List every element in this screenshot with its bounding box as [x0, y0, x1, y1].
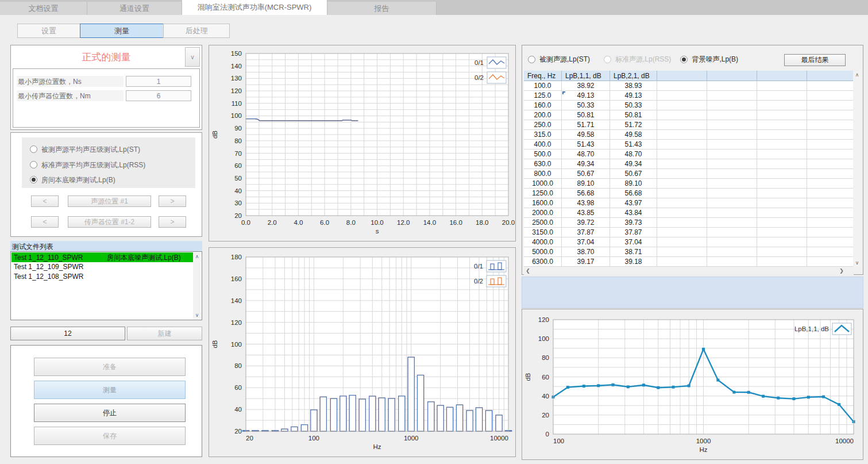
- table-cell[interactable]: 89.10: [610, 179, 657, 189]
- table-cell[interactable]: 800.0: [524, 169, 562, 179]
- table-cell[interactable]: 250.0: [524, 120, 562, 130]
- table-cell[interactable]: 400.0: [524, 140, 562, 149]
- table-cell[interactable]: [707, 110, 757, 120]
- column-header[interactable]: Freq., Hz: [524, 71, 562, 81]
- table-cell[interactable]: [757, 81, 807, 91]
- file-list-item[interactable]: Test 1_12_108_SPWR: [11, 272, 193, 282]
- table-row[interactable]: 800.050.6750.67: [524, 169, 856, 179]
- table-row[interactable]: 200.050.8150.81: [524, 110, 856, 120]
- table-row[interactable]: 315.049.5849.58: [524, 130, 856, 140]
- chevron-down-icon[interactable]: ∨: [185, 47, 200, 67]
- table-cell[interactable]: [707, 228, 757, 237]
- table-cell[interactable]: [807, 198, 856, 208]
- table-cell[interactable]: [757, 101, 807, 110]
- table-cell[interactable]: 39.72: [562, 218, 610, 228]
- table-cell[interactable]: 49.34: [562, 159, 610, 169]
- table-cell[interactable]: [807, 189, 856, 198]
- table-cell[interactable]: 1250.0: [524, 189, 562, 198]
- table-cell[interactable]: 51.72: [610, 120, 657, 130]
- table-cell[interactable]: 37.04: [610, 237, 657, 247]
- table-cell[interactable]: 39.73: [610, 218, 657, 228]
- table-cell[interactable]: 125.0: [524, 91, 562, 101]
- table-cell[interactable]: [657, 101, 707, 110]
- result-radio-lp-st[interactable]: [528, 56, 535, 63]
- column-header[interactable]: [657, 71, 707, 81]
- table-cell[interactable]: [757, 130, 807, 140]
- new-file-button[interactable]: 新建: [127, 327, 202, 340]
- table-cell[interactable]: [657, 208, 707, 218]
- table-cell[interactable]: [657, 257, 707, 267]
- table-cell[interactable]: 38.92: [562, 81, 610, 91]
- table-cell[interactable]: [807, 130, 856, 140]
- scroll-right-icon[interactable]: ❯: [838, 267, 846, 275]
- table-cell[interactable]: 160.0: [524, 101, 562, 110]
- table-cell[interactable]: 50.81: [562, 110, 610, 120]
- scroll-up-icon[interactable]: ∧: [853, 71, 861, 79]
- save-button[interactable]: 保存: [34, 427, 186, 445]
- table-cell[interactable]: [707, 208, 757, 218]
- table-cell[interactable]: [657, 198, 707, 208]
- subtab-postprocess[interactable]: 后处理: [163, 24, 230, 38]
- table-row[interactable]: 1600.043.9843.97: [524, 198, 856, 208]
- table-cell[interactable]: [657, 110, 707, 120]
- table-cell[interactable]: [807, 179, 856, 189]
- table-row[interactable]: 2000.043.8543.84: [524, 208, 856, 218]
- table-cell[interactable]: [657, 149, 707, 159]
- column-header[interactable]: [757, 71, 807, 81]
- table-cell[interactable]: 50.33: [610, 101, 657, 110]
- table-cell[interactable]: 49.58: [610, 130, 657, 140]
- table-row[interactable]: 1000.089.1089.10: [524, 179, 856, 189]
- table-cell[interactable]: [757, 247, 807, 257]
- table-cell[interactable]: [707, 159, 757, 169]
- radio-selected-icon[interactable]: [30, 176, 37, 183]
- table-cell[interactable]: [657, 169, 707, 179]
- prepare-button[interactable]: 准备: [34, 358, 186, 376]
- final-result-button[interactable]: 最后结果: [784, 54, 846, 66]
- table-cell[interactable]: [757, 179, 807, 189]
- column-header[interactable]: LpB,1,1, dB: [562, 71, 610, 81]
- table-cell[interactable]: [707, 247, 757, 257]
- table-cell[interactable]: 1600.0: [524, 198, 562, 208]
- table-cell[interactable]: 38.71: [610, 247, 657, 257]
- table-cell[interactable]: [657, 189, 707, 198]
- table-cell[interactable]: [757, 140, 807, 149]
- measure-button[interactable]: 测量: [34, 381, 186, 399]
- table-cell[interactable]: [757, 120, 807, 130]
- file-list[interactable]: Test 1_12_110_SPWR房间本底噪声测试,Lp(B)Test 1_1…: [10, 251, 202, 320]
- table-cell[interactable]: [757, 159, 807, 169]
- table-cell[interactable]: 3150.0: [524, 228, 562, 237]
- table-cell[interactable]: [807, 149, 856, 159]
- table-cell[interactable]: [757, 91, 807, 101]
- table-cell[interactable]: 49.58: [562, 130, 610, 140]
- table-cell[interactable]: 500.0: [524, 149, 562, 159]
- table-cell[interactable]: [757, 189, 807, 198]
- table-cell[interactable]: [807, 257, 856, 267]
- table-cell[interactable]: [657, 218, 707, 228]
- table-cell[interactable]: 49.34: [610, 159, 657, 169]
- table-cell[interactable]: [707, 198, 757, 208]
- table-cell[interactable]: [657, 179, 707, 189]
- table-vscrollbar[interactable]: ∧ ∨: [853, 71, 861, 267]
- table-cell[interactable]: [707, 91, 757, 101]
- table-cell[interactable]: [757, 228, 807, 237]
- source-position-prev-button[interactable]: <: [31, 195, 59, 207]
- table-cell[interactable]: [807, 81, 856, 91]
- table-cell[interactable]: 51.71: [562, 120, 610, 130]
- table-cell[interactable]: [657, 120, 707, 130]
- table-cell[interactable]: [757, 149, 807, 159]
- table-cell[interactable]: [707, 140, 757, 149]
- table-cell[interactable]: [807, 140, 856, 149]
- table-cell[interactable]: [707, 237, 757, 247]
- table-cell[interactable]: 38.93: [610, 81, 657, 91]
- table-cell[interactable]: 630.0: [524, 159, 562, 169]
- table-cell[interactable]: [757, 237, 807, 247]
- table-cell[interactable]: [757, 218, 807, 228]
- table-row[interactable]: 630.049.3449.34: [524, 159, 856, 169]
- table-cell[interactable]: [657, 140, 707, 149]
- table-cell[interactable]: 48.70: [610, 149, 657, 159]
- measurement-mode-dropdown[interactable]: 正式的测量 ∨: [11, 45, 202, 68]
- column-header[interactable]: [707, 71, 757, 81]
- table-cell[interactable]: 4000.0: [524, 237, 562, 247]
- table-cell[interactable]: 43.98: [562, 198, 610, 208]
- table-cell[interactable]: 50.67: [562, 169, 610, 179]
